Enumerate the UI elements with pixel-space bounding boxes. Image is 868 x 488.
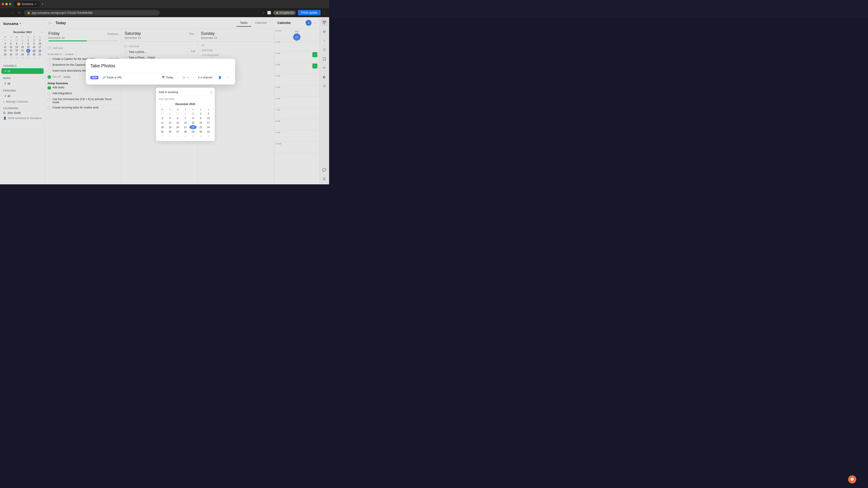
dropdown-cal-day[interactable]: 1 xyxy=(159,134,166,138)
browser-chrome: Sunsama ✕ + xyxy=(0,0,329,8)
dropdown-cal-day[interactable]: 7 xyxy=(182,116,189,120)
up-arrow-button[interactable]: ↑ xyxy=(225,75,230,80)
new-tab-button[interactable]: + xyxy=(40,2,45,6)
up-arrow-icon: ↑ xyxy=(227,76,229,79)
channel-label: # channel xyxy=(200,76,212,79)
address-bar[interactable]: 🔒 app.sunsama.com/group/1703182764469638… xyxy=(24,10,160,15)
dropdown-cal-day[interactable]: 24 xyxy=(205,125,212,129)
paste-url-button[interactable]: 🔗 Paste a URL xyxy=(101,75,124,80)
today-date-chip[interactable]: 📅 Today xyxy=(160,75,175,80)
cal-dow-f: F xyxy=(189,108,197,111)
browser-menu-icon[interactable]: ⋮ xyxy=(323,11,327,15)
shortcut-key-label: Z xyxy=(211,91,212,94)
bookmark-icon[interactable]: ☆ xyxy=(262,11,265,14)
dropdown-cal-day[interactable]: 28 xyxy=(166,111,174,116)
dropdown-cal-day[interactable]: 30 xyxy=(197,130,204,134)
date-dropdown: Add to backlog Z Pick start date ‹ Decem… xyxy=(156,88,215,141)
dropdown-cal-day[interactable]: 2 xyxy=(166,134,174,138)
window-maximize[interactable] xyxy=(9,3,11,5)
dropdown-cal-day[interactable]: 13 xyxy=(174,121,181,125)
reload-button[interactable]: ↻ xyxy=(17,10,22,15)
tab-label: Sunsama xyxy=(22,2,33,6)
dropdown-cal-day[interactable]: 4 xyxy=(159,116,166,120)
cal-dow-s: S xyxy=(197,108,204,111)
dropdown-cal-day[interactable]: 27 xyxy=(159,111,166,116)
dropdown-cal-day[interactable]: 17 xyxy=(205,121,212,125)
dropdown-cal-day[interactable]: 4 xyxy=(182,134,189,138)
incognito-label: Incognito (2) xyxy=(280,11,293,14)
tab-favicon xyxy=(17,2,20,6)
dropdown-cal-day[interactable]: 5 xyxy=(166,116,174,120)
paste-url-label: Paste a URL xyxy=(107,76,122,79)
dropdown-cal-day[interactable]: 26 xyxy=(166,130,174,134)
dropdown-cal-header: ‹ December 2023 › xyxy=(159,102,212,106)
dropdown-cal-day[interactable]: 31 xyxy=(205,130,212,134)
forward-button[interactable]: → xyxy=(10,10,15,15)
dropdown-cal-day[interactable]: 8 xyxy=(189,116,197,120)
dropdown-cal-day[interactable]: 3 xyxy=(174,134,181,138)
task-modal-title: Take Photos xyxy=(90,63,230,68)
dropdown-cal-day[interactable]: 5 xyxy=(189,134,197,138)
clock-icon: 🕐 xyxy=(182,76,186,79)
dropdown-cal-day[interactable]: 1 xyxy=(189,111,197,116)
cal-dow-w: W xyxy=(174,108,181,111)
dropdown-cal-day[interactable]: 20 xyxy=(174,125,181,129)
dropdown-cal-day[interactable]: 29 xyxy=(189,130,197,134)
dropdown-cal-day[interactable]: 29 xyxy=(174,111,181,116)
dropdown-cal-day[interactable]: 7 xyxy=(205,134,212,138)
finish-update-button[interactable]: Finish update xyxy=(298,10,320,15)
dropdown-cal-day[interactable]: 10 xyxy=(205,116,212,120)
window-minimize[interactable] xyxy=(5,3,8,5)
cal-dow-t: T xyxy=(166,108,174,111)
dropdown-cal-day[interactable]: 16 xyxy=(197,121,204,125)
dropdown-cal-day[interactable]: 27 xyxy=(174,130,181,134)
dropdown-cal-day[interactable]: 19 xyxy=(166,125,174,129)
extensions-icon[interactable]: ⬜ xyxy=(267,11,271,14)
time-placeholder: --- xyxy=(186,76,189,79)
add-to-backlog-label[interactable]: Add to backlog xyxy=(159,90,178,94)
browser-actions: ☆ ⬜ 🕵 Incognito (2) Finish update ⋮ xyxy=(262,10,327,15)
separator2: | xyxy=(193,76,194,79)
channel-button[interactable]: # # channel xyxy=(196,75,214,80)
cal-dow-s2: S xyxy=(205,108,212,111)
dropdown-cal-day-selected[interactable]: 22 xyxy=(189,125,197,129)
active-tab[interactable]: Sunsama ✕ xyxy=(14,1,39,7)
task-modal: Take Photos NEW 🔗 Paste a URL 📅 Today | … xyxy=(86,59,235,85)
dropdown-cal-day[interactable]: 25 xyxy=(159,130,166,134)
calendar-chip-icon: 📅 xyxy=(162,76,165,79)
cal-dow-m: M xyxy=(159,108,166,111)
pick-start-date-label: Pick start date xyxy=(159,98,212,100)
browser-addressbar: ← → ↻ 🔒 app.sunsama.com/group/1703182764… xyxy=(0,8,329,17)
dropdown-cal-day[interactable]: 28 xyxy=(182,130,189,134)
browser-tabs: Sunsama ✕ + xyxy=(14,1,327,7)
time-button[interactable]: 🕐 --- xyxy=(180,75,191,80)
dropdown-cal-next-button[interactable]: › xyxy=(209,102,212,106)
person-assign-icon: 👤 xyxy=(218,76,221,79)
incognito-icon: 🕵 xyxy=(276,11,279,14)
dropdown-cal-day[interactable]: 12 xyxy=(166,121,174,125)
cal-dow-t2: T xyxy=(182,108,189,111)
dropdown-cal-prev-button[interactable]: ‹ xyxy=(159,102,162,106)
new-badge: NEW xyxy=(90,76,98,79)
tab-close-icon[interactable]: ✕ xyxy=(35,3,37,6)
dropdown-cal-day[interactable]: 11 xyxy=(159,121,166,125)
hash-icon: # xyxy=(198,76,199,79)
link-icon: 🔗 xyxy=(102,76,106,79)
dropdown-cal-day[interactable]: 14 xyxy=(182,121,189,125)
dropdown-cal-day[interactable]: 2 xyxy=(197,111,204,116)
dropdown-cal-day[interactable]: 23 xyxy=(197,125,204,129)
dropdown-cal-day[interactable]: 9 xyxy=(197,116,204,120)
dropdown-cal-day[interactable]: 21 xyxy=(182,125,189,129)
dropdown-cal-day[interactable]: 18 xyxy=(159,125,166,129)
assignee-button[interactable]: 👤 xyxy=(216,75,223,80)
dropdown-cal-day[interactable]: 6 xyxy=(197,134,204,138)
today-chip-label: Today xyxy=(166,76,173,79)
window-close[interactable] xyxy=(2,3,4,5)
dropdown-cal-day[interactable]: 6 xyxy=(174,116,181,120)
back-button[interactable]: ← xyxy=(3,10,8,15)
separator: | xyxy=(177,76,178,79)
dropdown-cal-day[interactable]: 15 xyxy=(189,121,197,125)
dropdown-cal-day[interactable]: 30 xyxy=(182,111,189,116)
dropdown-cal-day[interactable]: 3 xyxy=(205,111,212,116)
dropdown-cal-month-title: December 2023 xyxy=(176,103,195,106)
